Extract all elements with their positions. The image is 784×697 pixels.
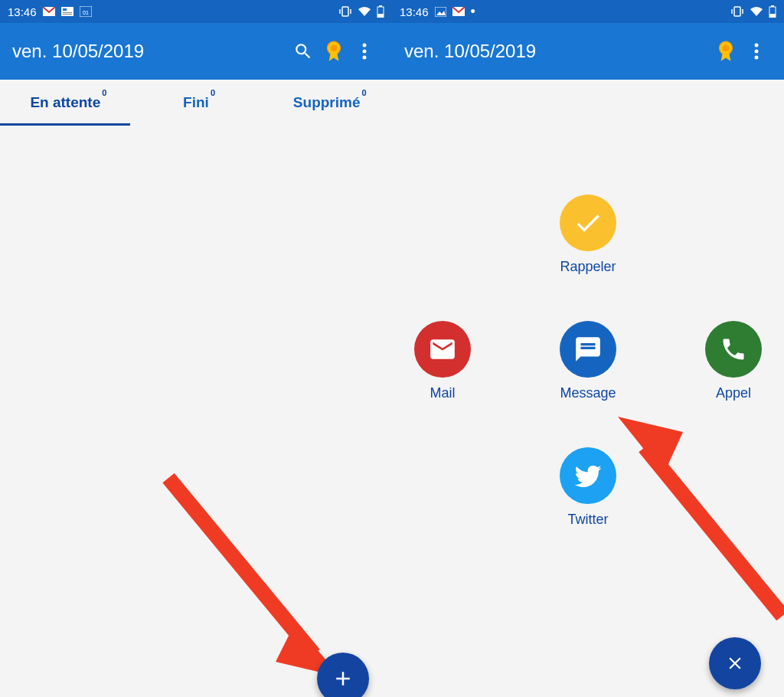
award-icon[interactable] [710,36,741,67]
svg-rect-7 [342,7,348,16]
action-appel[interactable]: Appel [699,321,768,401]
vibrate-icon [338,6,352,17]
wifi-icon [358,7,371,16]
screen-right: 13:46 • v [392,0,784,697]
tabs: En attente0 Fini0 Supprimé0 [0,80,392,126]
image-icon [435,7,446,17]
overflow-menu-icon[interactable] [349,36,380,67]
appbar-left: ven. 10/05/2019 [0,23,392,80]
svg-rect-11 [379,5,382,7]
close-icon [725,653,745,673]
action-mail[interactable]: Mail [408,321,477,401]
action-label: Twitter [567,512,608,528]
tab-count: 0 [361,88,366,97]
svg-rect-12 [377,14,384,18]
wifi-icon [750,7,763,16]
content-left [0,126,392,697]
svg-point-31 [755,56,759,60]
svg-text:01: 01 [83,10,89,15]
status-time: 13:46 [8,5,37,18]
svg-line-18 [168,478,314,654]
svg-point-28 [723,44,730,51]
svg-point-14 [331,44,338,51]
screen-left: 13:46 01 [0,0,392,697]
statusbar-right: 13:46 • [392,0,784,23]
gmail-icon [452,7,465,16]
tab-en-attente[interactable]: En attente0 [0,94,131,111]
action-label: Appel [716,385,751,401]
plus-icon [332,667,354,690]
battery-icon [377,5,384,18]
svg-rect-3 [63,12,72,13]
twitter-icon [573,460,603,491]
appbar-title: ven. 10/05/2019 [12,41,288,62]
battery-icon [769,5,776,18]
appbar-right: ven. 10/05/2019 [392,23,784,80]
svg-rect-21 [734,7,740,16]
tab-fini[interactable]: Fini0 [131,94,262,111]
svg-point-17 [363,56,367,60]
tab-supprime[interactable]: Supprimé0 [261,94,392,111]
tab-count: 0 [211,88,215,97]
tab-label: En attente [30,94,100,110]
svg-rect-4 [63,14,72,15]
mail-icon [428,335,457,364]
fab-close[interactable] [709,637,761,689]
message-icon [573,335,603,364]
phone-icon [720,335,747,363]
svg-point-30 [755,50,759,54]
arrow-annotation [153,463,352,677]
statusbar-left: 13:46 01 [0,0,392,23]
fab-add[interactable] [317,653,369,697]
search-icon[interactable] [288,36,318,67]
svg-rect-2 [63,8,67,11]
app-icon: 01 [80,6,92,17]
status-time: 13:46 [400,5,429,18]
vibrate-icon [730,6,744,17]
tab-count: 0 [102,88,106,97]
action-label: Mail [430,385,455,401]
appbar-title: ven. 10/05/2019 [404,41,710,62]
action-twitter[interactable]: Twitter [554,447,622,528]
overflow-menu-icon[interactable] [741,36,772,67]
svg-point-29 [755,44,759,47]
svg-point-15 [363,44,367,47]
svg-rect-25 [771,5,774,7]
tab-label: Fini [183,94,209,110]
action-label: Message [560,385,616,401]
more-notifications-icon: • [471,5,475,18]
content-right: Rappeler Mail Message [392,80,784,697]
svg-rect-26 [769,14,776,18]
action-rappeler[interactable]: Rappeler [554,195,622,275]
action-message[interactable]: Message [554,321,622,401]
action-label: Rappeler [560,259,616,275]
svg-rect-19 [435,7,446,17]
tab-label: Supprimé [293,94,361,110]
quick-actions: Rappeler Mail Message [392,172,784,551]
check-icon [573,208,603,238]
news-icon [61,7,74,16]
award-icon[interactable] [318,36,349,67]
svg-point-16 [363,50,367,54]
svg-rect-1 [61,7,74,16]
gmail-icon [43,7,55,16]
